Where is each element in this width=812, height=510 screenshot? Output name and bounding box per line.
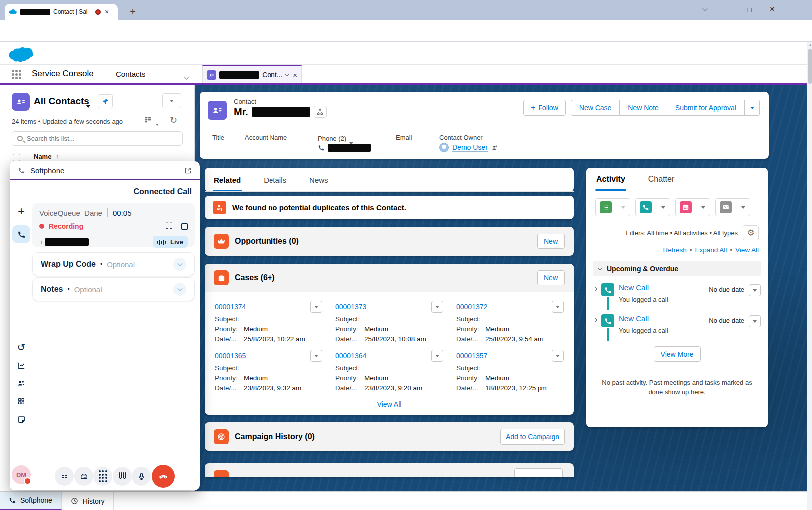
log-call-button[interactable]	[635, 198, 670, 216]
email-button[interactable]	[715, 198, 750, 216]
notes-expand-icon[interactable]	[173, 283, 186, 296]
workspace-tab-contact[interactable]: Cont... ×	[202, 65, 302, 83]
case-row-menu-button[interactable]	[552, 301, 564, 313]
scrollbar-thumb[interactable]	[808, 49, 812, 84]
more-actions-dropdown-button[interactable]	[745, 100, 760, 116]
opportunities-title[interactable]: Opportunities (0)	[235, 237, 299, 246]
list-view-title[interactable]: All Contacts	[34, 96, 89, 107]
transfer-call-icon[interactable]	[55, 467, 74, 486]
cases-view-all-link[interactable]: View All	[377, 400, 402, 408]
list-search-input[interactable]	[27, 135, 177, 142]
campaign-history-card[interactable]: Campaign History (0) Add to Campaign	[205, 422, 574, 451]
name-column-header[interactable]: Name	[34, 153, 51, 160]
add-call-icon[interactable]: +	[12, 202, 30, 220]
section-collapse-icon[interactable]	[598, 265, 603, 270]
case-row-menu-button[interactable]	[431, 301, 443, 313]
list-search-box[interactable]	[12, 131, 183, 146]
campaign-history-title[interactable]: Campaign History (0)	[235, 432, 315, 441]
new-task-button[interactable]	[595, 198, 630, 216]
case-row-menu-button[interactable]	[552, 350, 564, 362]
cases-header[interactable]: Cases (6+) New	[205, 264, 574, 292]
partial-action-button[interactable]	[514, 468, 563, 477]
workspace-tab-close-icon[interactable]: ×	[293, 71, 297, 79]
case-number-link[interactable]: 00001365	[215, 352, 246, 360]
refresh-activities-link[interactable]: Refresh	[663, 246, 686, 254]
tab-related[interactable]: Related	[213, 169, 242, 191]
new-note-button[interactable]: New Note	[620, 100, 667, 116]
dialpad-icon[interactable]	[93, 467, 112, 486]
wrapup-code-section[interactable]: Wrap Up Code • Optional	[32, 252, 195, 276]
nav-tab-contacts[interactable]: Contacts	[116, 70, 145, 78]
case-number-link[interactable]: 00001364	[335, 352, 366, 360]
new-event-button[interactable]	[675, 198, 710, 216]
display-as-icon[interactable]	[144, 116, 153, 124]
expand-all-link[interactable]: Expand All	[695, 246, 727, 254]
task-dropdown-icon[interactable]	[616, 199, 630, 216]
case-row-menu-button[interactable]	[431, 350, 443, 362]
contacts-icon[interactable]	[12, 374, 30, 392]
new-case-button[interactable]: New Case	[571, 100, 620, 116]
end-call-button[interactable]	[152, 465, 175, 488]
select-all-checkbox[interactable]	[13, 154, 20, 161]
event-dropdown-icon[interactable]	[696, 199, 710, 216]
stats-icon[interactable]	[12, 356, 30, 374]
workspace-tab-dropdown-icon[interactable]	[285, 72, 290, 77]
tab-search-chevron-icon[interactable]	[696, 2, 713, 17]
tab-chatter[interactable]: Chatter	[647, 168, 675, 191]
tab-news[interactable]: News	[308, 169, 329, 191]
mute-mic-icon[interactable]	[132, 467, 151, 486]
apps-grid-icon[interactable]	[12, 392, 30, 410]
history-icon[interactable]: ↺	[12, 338, 30, 356]
wrapup-expand-icon[interactable]	[173, 258, 186, 271]
expand-item-icon[interactable]	[593, 287, 598, 292]
notes-section[interactable]: Notes • Optional	[32, 277, 195, 301]
activities-view-all-link[interactable]: View All	[735, 246, 759, 254]
case-number-link[interactable]: 00001373	[335, 303, 366, 311]
hierarchy-button[interactable]	[314, 106, 327, 118]
utility-tab-history[interactable]: History	[62, 492, 114, 510]
agent-avatar[interactable]: DM	[12, 465, 31, 484]
window-maximize-button[interactable]: □	[741, 2, 758, 17]
list-view-dropdown-icon[interactable]	[86, 101, 91, 110]
tab-details[interactable]: Details	[263, 169, 287, 191]
tab-activity[interactable]: Activity	[595, 168, 626, 191]
hold-call-icon[interactable]	[113, 467, 132, 486]
window-minimize-button[interactable]: —	[718, 2, 735, 17]
app-launcher-icon[interactable]	[12, 70, 21, 79]
follow-button[interactable]: +Follow	[523, 100, 566, 116]
softphone-minimize-icon[interactable]: —	[165, 166, 172, 174]
opportunities-card[interactable]: Opportunities (0) New	[205, 227, 574, 256]
browser-tab[interactable]: Contact | Sal ×	[5, 4, 118, 20]
activity-row-menu-button[interactable]	[749, 284, 761, 296]
pause-recording-icon[interactable]	[165, 222, 173, 231]
list-actions-dropdown-button[interactable]	[162, 93, 181, 108]
activity-title-link[interactable]: New Call	[619, 283, 649, 292]
browser-scrollbar[interactable]: ▲	[807, 42, 812, 510]
call-dropdown-icon[interactable]	[656, 199, 670, 216]
add-to-campaign-button[interactable]: Add to Campaign	[500, 429, 565, 445]
change-owner-icon[interactable]	[491, 144, 498, 151]
notes-rail-icon[interactable]	[12, 410, 30, 428]
stop-recording-icon[interactable]	[181, 223, 188, 230]
case-row-menu-button[interactable]	[310, 350, 322, 362]
scrollbar-up-arrow-icon[interactable]: ▲	[808, 43, 812, 47]
case-number-link[interactable]: 00001357	[456, 352, 487, 360]
display-as-caret-icon[interactable]	[156, 119, 159, 128]
voicemail-drop-icon[interactable]	[74, 467, 93, 486]
new-tab-button[interactable]: +	[126, 5, 140, 19]
cases-title[interactable]: Cases (6+)	[235, 273, 275, 282]
case-number-link[interactable]: 00001374	[215, 303, 246, 311]
activity-filter-gear-icon[interactable]: ⚙	[743, 225, 759, 240]
expand-item-icon[interactable]	[593, 318, 598, 323]
softphone-popout-icon[interactable]	[184, 167, 192, 174]
new-opportunity-button[interactable]: New	[537, 234, 565, 249]
window-close-button[interactable]: ×	[764, 2, 781, 17]
case-number-link[interactable]: 00001372	[456, 303, 487, 311]
activity-title-link[interactable]: New Call	[619, 314, 649, 323]
active-call-tab-icon[interactable]	[12, 225, 30, 243]
submit-for-approval-button[interactable]: Submit for Approval	[667, 100, 745, 116]
activity-row-menu-button[interactable]	[749, 315, 761, 327]
view-more-button[interactable]: View More	[654, 346, 701, 362]
tab-close-icon[interactable]: ×	[104, 8, 110, 16]
owner-link[interactable]: Demo User	[452, 143, 488, 152]
